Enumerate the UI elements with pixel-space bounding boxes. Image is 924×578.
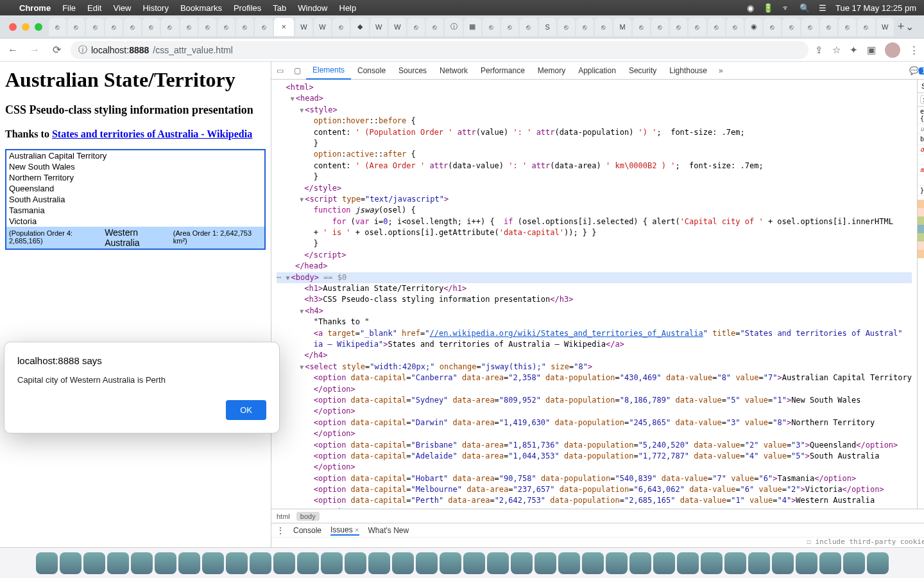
tab-security[interactable]: Security [622, 62, 663, 80]
record-icon[interactable]: ◉ [747, 3, 754, 13]
tab[interactable]: ⎋ [670, 18, 687, 36]
tab[interactable]: S [539, 18, 556, 36]
minimize-window[interactable] [22, 23, 30, 31]
select-option[interactable]: Northern Territory [6, 172, 264, 183]
styles-pane[interactable]: Styles» :hov.cls element.style { } user … [917, 80, 924, 509]
dock-app[interactable] [392, 552, 414, 574]
tab[interactable]: W [877, 18, 894, 36]
wifi-icon[interactable]: ᯤ [782, 3, 791, 13]
drawer-whatsnew[interactable]: What's New [368, 526, 409, 535]
tab[interactable]: ◉ [745, 18, 762, 36]
tab[interactable]: ⎋ [255, 18, 272, 36]
zoom-window[interactable] [35, 23, 42, 31]
tab[interactable]: ⎋ [520, 18, 537, 36]
dock-app[interactable] [867, 552, 889, 574]
battery-icon[interactable]: 🔋 [763, 3, 773, 13]
tab[interactable]: ⓘ [445, 18, 462, 36]
kebab-icon[interactable]: ⋮ [909, 44, 919, 56]
tab[interactable]: W [389, 18, 406, 36]
tab-active[interactable]: × [274, 18, 294, 36]
dock-app[interactable] [36, 552, 58, 574]
device-icon[interactable]: ▢ [289, 66, 306, 75]
close-tab-icon[interactable]: × [281, 22, 286, 31]
dock-app[interactable] [843, 552, 865, 574]
wikipedia-link[interactable]: States and territories of Australia - Wi… [52, 128, 252, 139]
dock-app[interactable] [273, 552, 295, 574]
dock-app[interactable] [107, 552, 129, 574]
tab-network[interactable]: Network [433, 62, 474, 80]
dock-app[interactable] [724, 552, 746, 574]
dock-app[interactable] [226, 552, 248, 574]
dom-tree[interactable]: <html> ▼<head> ▼<style> option:hover::be… [271, 80, 917, 509]
dock-app[interactable] [60, 552, 81, 574]
tab[interactable]: ⎋ [689, 18, 706, 36]
menu-profiles[interactable]: Profiles [234, 3, 261, 13]
tab[interactable]: ⎋ [576, 18, 594, 36]
dock-app[interactable] [463, 552, 485, 574]
menu-edit[interactable]: Edit [87, 3, 101, 13]
tab-application[interactable]: Application [572, 62, 622, 80]
dock-app[interactable] [416, 552, 438, 574]
menu-view[interactable]: View [113, 3, 131, 13]
menu-tab[interactable]: Tab [273, 3, 286, 13]
new-tab-button[interactable]: + [898, 20, 905, 33]
dock-app[interactable] [83, 552, 105, 574]
tab[interactable]: ⎋ [764, 18, 781, 36]
select-option[interactable]: Victoria [6, 216, 264, 227]
state-select[interactable]: Australian Capital Territory New South W… [5, 149, 266, 250]
tab[interactable]: ⎋ [49, 18, 66, 36]
tab[interactable]: M [613, 18, 631, 36]
dock-app[interactable] [250, 552, 271, 574]
tab[interactable]: ⎋ [426, 18, 443, 36]
tab[interactable]: ⎋ [105, 18, 123, 36]
tab-lighthouse[interactable]: Lighthouse [663, 62, 714, 80]
select-option[interactable]: South Australia [6, 194, 264, 205]
dock-app[interactable] [558, 552, 580, 574]
menu-file[interactable]: File [62, 3, 76, 13]
menu-bookmarks[interactable]: Bookmarks [180, 3, 222, 13]
tab[interactable]: ⎋ [839, 18, 856, 36]
dock-app[interactable] [677, 552, 699, 574]
menu-window[interactable]: Window [298, 3, 327, 13]
dock-app[interactable] [511, 552, 533, 574]
back-button[interactable]: ← [5, 44, 21, 56]
dom-breadcrumb[interactable]: html body [271, 509, 924, 523]
issues-icon[interactable]: 💬1 [909, 66, 924, 75]
clock[interactable]: Tue 17 May 12:25 pm [835, 3, 916, 13]
dock-app[interactable] [653, 552, 675, 574]
inspect-icon[interactable]: ▭ [271, 66, 289, 75]
tab[interactable]: ⎋ [801, 18, 819, 36]
tab[interactable]: ⎋ [857, 18, 875, 36]
tab-memory[interactable]: Memory [531, 62, 572, 80]
dock-app[interactable] [297, 552, 319, 574]
tab[interactable]: ⎋ [236, 18, 253, 36]
tab[interactable]: ⎋ [407, 18, 425, 36]
dock-app[interactable] [606, 552, 628, 574]
tab[interactable]: ⎋ [161, 18, 178, 36]
tab-performance[interactable]: Performance [474, 62, 531, 80]
dock-app[interactable] [178, 552, 200, 574]
dock-app[interactable] [368, 552, 390, 574]
profile-avatar[interactable] [885, 42, 900, 58]
tab[interactable]: ◆ [351, 18, 368, 36]
reload-button[interactable]: ⟳ [49, 44, 64, 56]
select-option[interactable]: Queensland [6, 183, 264, 194]
alert-ok-button[interactable]: OK [226, 400, 266, 420]
tab-sources[interactable]: Sources [392, 62, 433, 80]
tab-console[interactable]: Console [351, 62, 392, 80]
control-center-icon[interactable]: ☰ [819, 3, 826, 13]
tab[interactable]: ⎋ [332, 18, 350, 36]
search-icon[interactable]: 🔍 [800, 3, 810, 13]
dock-app[interactable] [701, 552, 723, 574]
tab[interactable]: ⎋ [595, 18, 612, 36]
tab[interactable]: ⎋ [651, 18, 669, 36]
dock-app[interactable] [440, 552, 461, 574]
app-name[interactable]: Chrome [19, 3, 51, 13]
forward-button[interactable]: → [27, 44, 42, 56]
tabs-dropdown-icon[interactable]: ⌄ [905, 21, 920, 33]
tab[interactable]: ⎋ [483, 18, 500, 36]
tab[interactable]: ⎋ [67, 18, 85, 36]
tab[interactable]: ⎋ [142, 18, 160, 36]
bookmark-icon[interactable]: ☆ [832, 44, 841, 56]
close-window[interactable] [9, 23, 17, 31]
